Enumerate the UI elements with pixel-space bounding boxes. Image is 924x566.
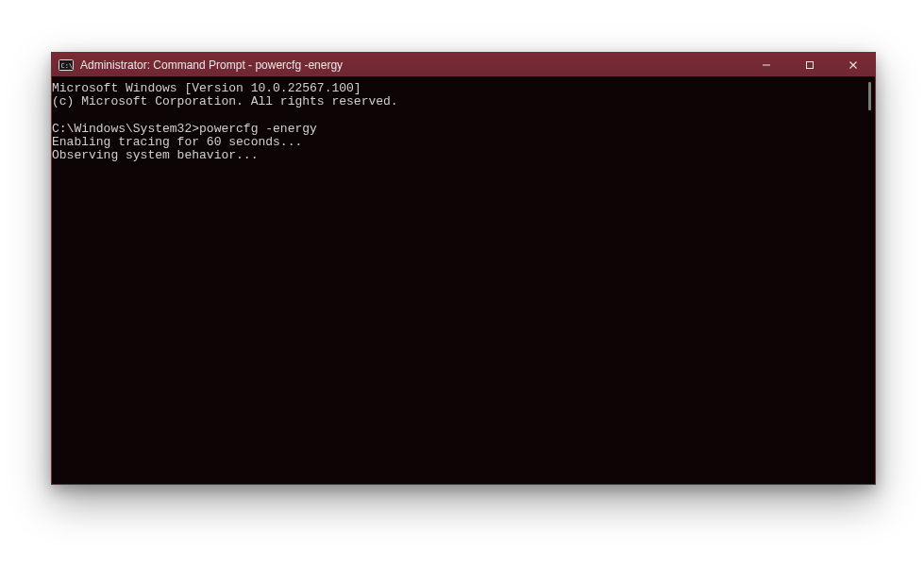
terminal-output: Microsoft Windows [Version 10.0.22567.10… <box>52 82 875 163</box>
window-controls <box>745 53 875 76</box>
titlebar[interactable]: C:\ Administrator: Command Prompt - powe… <box>52 53 875 76</box>
cmd-icon: C:\ <box>58 58 75 72</box>
minimize-button[interactable] <box>745 53 788 76</box>
close-button[interactable] <box>832 53 875 76</box>
cmd-window: C:\ Administrator: Command Prompt - powe… <box>51 52 876 485</box>
window-title: Administrator: Command Prompt - powercfg… <box>80 58 343 72</box>
svg-text:C:\: C:\ <box>61 61 74 69</box>
maximize-button[interactable] <box>788 53 832 76</box>
scrollbar-thumb[interactable] <box>868 82 871 110</box>
terminal-area[interactable]: Microsoft Windows [Version 10.0.22567.10… <box>52 76 875 484</box>
svg-rect-3 <box>807 61 814 68</box>
